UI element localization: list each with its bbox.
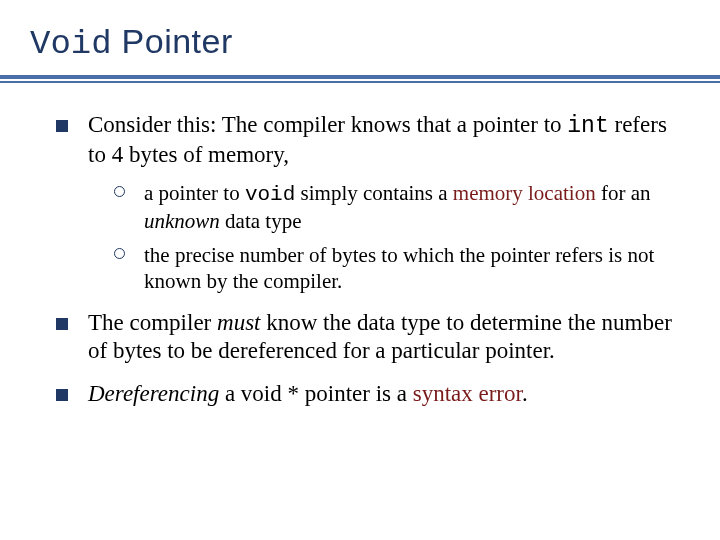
s1-mid2: for an	[596, 181, 651, 205]
slide-body: Consider this: The compiler knows that a…	[30, 83, 690, 409]
bullet-list: Consider this: The compiler knows that a…	[30, 111, 690, 409]
s1-mid: simply contains a	[295, 181, 452, 205]
sub-bullet-1: a pointer to void simply contains a memo…	[114, 180, 690, 235]
bullet-2: The compiler must know the data type to …	[56, 309, 690, 367]
s1-post: data type	[220, 209, 302, 233]
square-bullet-icon	[56, 389, 68, 401]
b3-mid: a void * pointer is a	[219, 381, 413, 406]
sub-list-1: a pointer to void simply contains a memo…	[88, 180, 690, 295]
title-code: Void	[30, 25, 112, 63]
s2-text: the precise number of bytes to which the…	[144, 243, 654, 293]
b3-err: syntax error	[413, 381, 522, 406]
bullet-3: Dereferencing a void * pointer is a synt…	[56, 380, 690, 409]
slide-title: Void Pointer	[30, 22, 690, 63]
bullet-1: Consider this: The compiler knows that a…	[56, 111, 690, 295]
b2-must: must	[217, 310, 260, 335]
s1-mem: memory location	[453, 181, 596, 205]
s1-pre: a pointer to	[144, 181, 245, 205]
sub-bullet-2: the precise number of bytes to which the…	[114, 242, 690, 295]
s1-unk: unknown	[144, 209, 220, 233]
b1-code: int	[567, 113, 608, 139]
slide: Void Pointer Consider this: The compiler…	[0, 0, 720, 540]
b2-pre: The compiler	[88, 310, 217, 335]
square-bullet-icon	[56, 120, 68, 132]
s1-code: void	[245, 183, 295, 206]
title-rest: Pointer	[112, 22, 233, 60]
b1-pre: Consider this: The compiler knows that a…	[88, 112, 567, 137]
b3-deref: Dereferencing	[88, 381, 219, 406]
circle-bullet-icon	[114, 186, 125, 197]
square-bullet-icon	[56, 318, 68, 330]
b3-post: .	[522, 381, 528, 406]
title-underline	[0, 71, 720, 83]
circle-bullet-icon	[114, 248, 125, 259]
rule-thick	[0, 75, 720, 79]
